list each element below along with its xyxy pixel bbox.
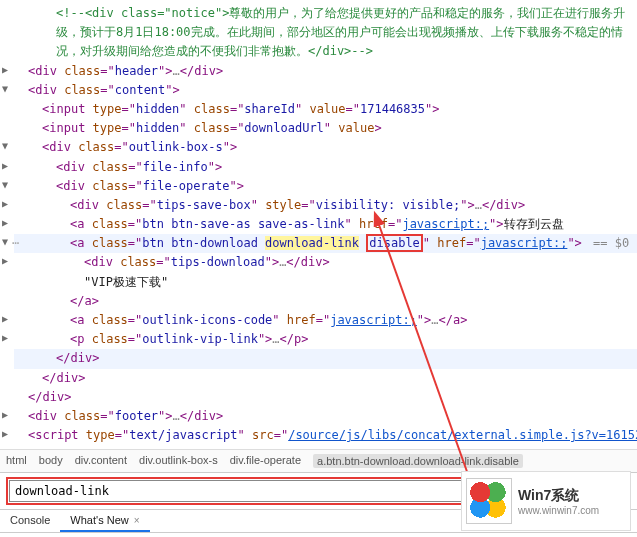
tab-whats-new[interactable]: What's New × [60, 510, 149, 532]
node-vip-text[interactable]: "VIP极速下载" [14, 273, 637, 292]
node-header[interactable]: <div class="header">…</div> [14, 62, 637, 81]
node-icons-code[interactable]: <a class="outlink-icons-code" href="java… [14, 311, 637, 330]
node-content[interactable]: <div class="content"> [14, 81, 637, 100]
crumb-body[interactable]: body [39, 454, 63, 468]
html-comment: <!--<div class="notice">尊敬的用户，为了给您提供更好的产… [14, 4, 637, 62]
crumb-content[interactable]: div.content [75, 454, 127, 468]
node-save-link[interactable]: <a class="btn btn-save-as save-as-link" … [14, 215, 637, 234]
node-tips-save[interactable]: <div class="tips-save-box" style="visibi… [14, 196, 637, 215]
node-vip-link[interactable]: <p class="outlink-vip-link">…</p> [14, 330, 637, 349]
crumb-fileoperate[interactable]: div.file-operate [230, 454, 301, 468]
windows-icon [466, 478, 512, 524]
tab-console[interactable]: Console [0, 510, 60, 532]
dom-tree[interactable]: <!--<div class="notice">尊敬的用户，为了给您提供更好的产… [0, 0, 637, 449]
whats-new-title: Highlights from the Chrome 87 update [0, 533, 637, 537]
node-footer[interactable]: <div class="footer">…</div> [14, 407, 637, 426]
node-close-fileoperate[interactable]: </div> [14, 349, 637, 368]
node-input-downloadurl[interactable]: <input type="hidden" class="downloadUrl"… [14, 119, 637, 138]
node-close-content[interactable]: </div> [14, 388, 637, 407]
node-script[interactable]: <script type="text/javascript" src="/sou… [14, 426, 637, 445]
node-close-outlink[interactable]: </div> [14, 369, 637, 388]
crumb-html[interactable]: html [6, 454, 27, 468]
node-tips-download[interactable]: <div class="tips-download">…</div> [14, 253, 637, 272]
node-file-info[interactable]: <div class="file-info"> [14, 158, 637, 177]
selected-marker: ⋯ [12, 234, 20, 253]
node-outlink-box[interactable]: <div class="outlink-box-s"> [14, 138, 637, 157]
node-download-link[interactable]: ⋯ <a class="btn btn-download download-li… [14, 234, 637, 253]
find-input[interactable] [9, 480, 462, 502]
breadcrumb[interactable]: html body div.content div.outlink-box-s … [0, 449, 637, 472]
node-close-a[interactable]: </a> [14, 292, 637, 311]
crumb-outlink[interactable]: div.outlink-box-s [139, 454, 218, 468]
watermark: Win7系统www.winwin7.com [461, 471, 631, 531]
close-icon[interactable]: × [134, 515, 140, 526]
node-file-operate[interactable]: <div class="file-operate"> [14, 177, 637, 196]
crumb-download-link[interactable]: a.btn.btn-download.download-link.disable [313, 454, 523, 468]
node-input-shareid[interactable]: <input type="hidden" class="shareId" val… [14, 100, 637, 119]
